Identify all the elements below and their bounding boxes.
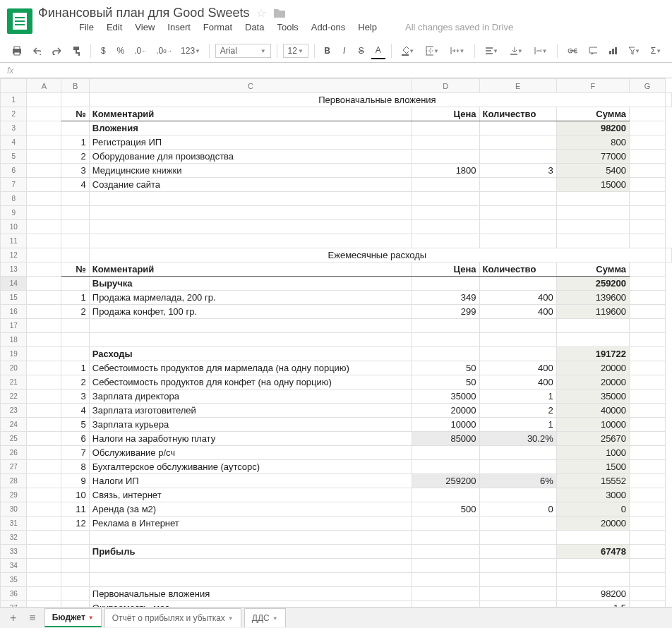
cell[interactable]: 20000	[556, 375, 629, 390]
cell[interactable]	[479, 178, 556, 192]
halign-icon[interactable]: ▼	[481, 44, 503, 58]
row-header[interactable]: 23	[1, 404, 27, 418]
row-header[interactable]: 36	[1, 587, 27, 601]
cell[interactable]	[412, 573, 480, 587]
cell[interactable]	[412, 545, 480, 559]
cell[interactable]	[630, 390, 666, 404]
cell[interactable]: 98200	[556, 121, 629, 135]
cell[interactable]	[556, 333, 629, 347]
cell[interactable]	[89, 192, 412, 206]
cell[interactable]: Регистрация ИП	[89, 135, 412, 150]
cell[interactable]	[27, 488, 61, 502]
cell[interactable]	[412, 559, 480, 573]
col-header-E[interactable]: E	[479, 79, 556, 93]
cell[interactable]: Сумма	[556, 107, 629, 121]
cell[interactable]: 1	[61, 135, 89, 150]
row-header[interactable]: 15	[1, 291, 27, 305]
cell[interactable]	[556, 319, 629, 333]
cell[interactable]	[479, 333, 556, 347]
cell[interactable]	[479, 559, 556, 573]
cell[interactable]	[630, 361, 666, 375]
cell[interactable]	[412, 446, 480, 460]
cell[interactable]	[27, 192, 61, 206]
cell[interactable]: 400	[479, 305, 556, 319]
cell[interactable]	[412, 277, 480, 291]
cell[interactable]: 30.2%	[479, 432, 556, 446]
cell[interactable]	[61, 319, 89, 333]
cell[interactable]	[27, 93, 61, 107]
cell[interactable]: 3000	[556, 488, 629, 502]
cell[interactable]: Цена	[412, 107, 480, 121]
cell[interactable]: 6	[61, 432, 89, 446]
cell[interactable]	[27, 545, 61, 559]
col-header-corner[interactable]	[1, 79, 27, 93]
wrap-icon[interactable]: ▼	[530, 44, 552, 58]
cell[interactable]	[27, 107, 61, 121]
row-header[interactable]: 16	[1, 305, 27, 319]
menu-tools[interactable]: Tools	[277, 22, 298, 32]
cell[interactable]	[27, 418, 61, 432]
cell[interactable]	[412, 192, 480, 206]
cell[interactable]	[61, 531, 89, 545]
text-color-button[interactable]: A	[371, 42, 385, 59]
cell[interactable]	[630, 531, 666, 545]
cell[interactable]	[61, 601, 89, 608]
strike-button[interactable]: S	[354, 43, 368, 59]
cell[interactable]	[27, 474, 61, 488]
cell[interactable]: Аренда (за м2)	[89, 502, 412, 517]
all-sheets-icon[interactable]: ≡	[25, 612, 40, 624]
cell[interactable]	[666, 93, 672, 107]
cell[interactable]	[412, 488, 480, 502]
cell[interactable]: 3	[61, 164, 89, 178]
doc-title[interactable]: Финансовый план для Good Sweets	[38, 6, 249, 20]
row-header[interactable]: 28	[1, 474, 27, 488]
more-formats[interactable]: 123 ▼	[178, 43, 203, 59]
cell[interactable]	[556, 220, 629, 234]
cell[interactable]: 11	[61, 502, 89, 517]
cell[interactable]: 259200	[556, 277, 629, 291]
row-header[interactable]: 30	[1, 502, 27, 517]
cell[interactable]: Комментарий	[89, 262, 412, 277]
cell[interactable]	[556, 234, 629, 248]
cell[interactable]	[412, 587, 480, 601]
cell[interactable]	[27, 220, 61, 234]
cell[interactable]	[630, 135, 666, 150]
cell[interactable]: 10	[61, 488, 89, 502]
cell[interactable]	[630, 192, 666, 206]
cell[interactable]: Сумма	[556, 262, 629, 277]
cell[interactable]	[479, 234, 556, 248]
cell[interactable]	[61, 192, 89, 206]
cell[interactable]	[27, 531, 61, 545]
cell[interactable]	[412, 601, 480, 608]
cell[interactable]	[412, 121, 480, 135]
row-header[interactable]: 33	[1, 545, 27, 559]
menu-insert[interactable]: Insert	[167, 22, 191, 32]
link-icon[interactable]	[563, 44, 582, 57]
cell[interactable]: Зарплата изготовителей	[89, 404, 412, 418]
comment-icon[interactable]	[584, 44, 601, 59]
cell[interactable]	[27, 573, 61, 587]
col-header-A[interactable]: A	[27, 79, 61, 93]
cell[interactable]	[27, 587, 61, 601]
cell[interactable]: 139600	[556, 291, 629, 305]
cell[interactable]	[89, 559, 412, 573]
cell[interactable]	[479, 545, 556, 559]
cell[interactable]	[27, 277, 61, 291]
row-header[interactable]: 2	[1, 107, 27, 121]
cell[interactable]: 800	[556, 135, 629, 150]
add-sheet-button[interactable]: +	[6, 612, 20, 624]
cell[interactable]	[89, 333, 412, 347]
cell[interactable]: Первоначальные вложения	[89, 587, 412, 601]
cell[interactable]	[89, 531, 412, 545]
row-header[interactable]: 9	[1, 206, 27, 220]
cell[interactable]	[27, 375, 61, 390]
cell[interactable]: 10000	[412, 418, 480, 432]
cell[interactable]	[89, 234, 412, 248]
cell[interactable]	[89, 220, 412, 234]
cell[interactable]	[479, 587, 556, 601]
cell[interactable]	[27, 234, 61, 248]
row-header[interactable]: 34	[1, 559, 27, 573]
cell[interactable]	[89, 206, 412, 220]
cell[interactable]: 1000	[556, 446, 629, 460]
menu-data[interactable]: Data	[245, 22, 264, 32]
